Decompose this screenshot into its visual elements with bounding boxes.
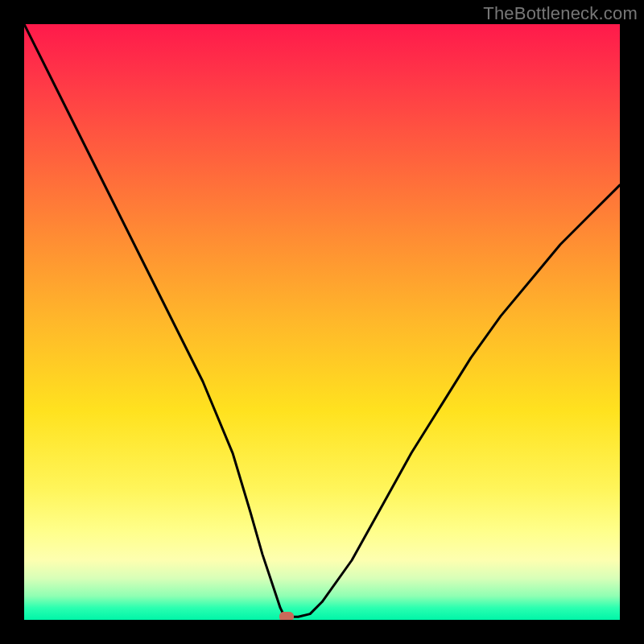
plot-area [24, 24, 620, 620]
watermark-text: TheBottleneck.com [483, 3, 638, 24]
minimum-marker [279, 612, 294, 620]
bottleneck-curve [24, 24, 620, 620]
chart-frame: TheBottleneck.com [0, 0, 644, 644]
